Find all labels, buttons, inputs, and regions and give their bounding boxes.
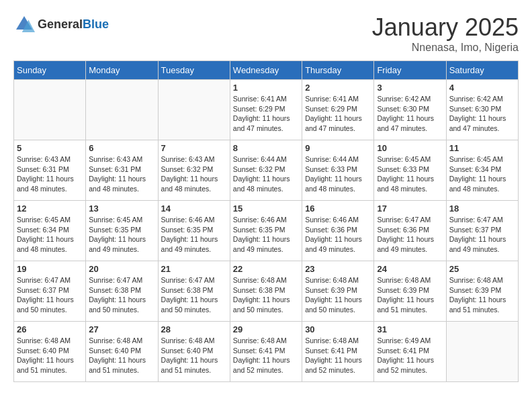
calendar-day-cell: 6Sunrise: 6:43 AMSunset: 6:31 PMDaylight… [86, 140, 158, 201]
calendar-day-cell: 20Sunrise: 6:47 AMSunset: 6:38 PMDayligh… [86, 261, 158, 322]
calendar-week-row: 19Sunrise: 6:47 AMSunset: 6:37 PMDayligh… [14, 261, 519, 322]
calendar-table: SundayMondayTuesdayWednesdayThursdayFrid… [13, 60, 519, 382]
calendar-day-cell: 30Sunrise: 6:48 AMSunset: 6:41 PMDayligh… [302, 322, 374, 382]
day-info: Sunrise: 6:43 AMSunset: 6:31 PMDaylight:… [17, 154, 83, 194]
day-of-week-header: Thursday [302, 61, 374, 80]
day-number: 30 [305, 324, 371, 334]
day-number: 29 [233, 324, 299, 334]
day-number: 11 [449, 143, 515, 153]
day-info: Sunrise: 6:45 AMSunset: 6:35 PMDaylight:… [89, 215, 154, 255]
day-number: 13 [89, 203, 154, 214]
day-number: 26 [17, 324, 83, 334]
calendar-day-cell: 9Sunrise: 6:44 AMSunset: 6:33 PMDaylight… [302, 140, 374, 201]
day-info: Sunrise: 6:47 AMSunset: 6:38 PMDaylight:… [161, 275, 227, 315]
day-info: Sunrise: 6:43 AMSunset: 6:32 PMDaylight:… [161, 154, 227, 194]
day-number: 14 [161, 203, 227, 214]
day-number: 20 [89, 264, 154, 274]
calendar-day-cell: 25Sunrise: 6:48 AMSunset: 6:39 PMDayligh… [446, 261, 518, 322]
day-info: Sunrise: 6:47 AMSunset: 6:37 PMDaylight:… [17, 275, 83, 315]
day-number: 7 [161, 143, 227, 153]
day-info: Sunrise: 6:42 AMSunset: 6:30 PMDaylight:… [377, 94, 443, 134]
calendar-day-cell: 13Sunrise: 6:45 AMSunset: 6:35 PMDayligh… [86, 201, 158, 261]
day-number: 24 [377, 264, 443, 274]
day-info: Sunrise: 6:49 AMSunset: 6:41 PMDaylight:… [377, 336, 443, 375]
day-info: Sunrise: 6:48 AMSunset: 6:40 PMDaylight:… [89, 336, 154, 375]
day-number: 3 [377, 83, 443, 93]
day-info: Sunrise: 6:48 AMSunset: 6:41 PMDaylight:… [233, 336, 299, 375]
day-info: Sunrise: 6:47 AMSunset: 6:38 PMDaylight:… [89, 275, 154, 315]
calendar-day-cell: 24Sunrise: 6:48 AMSunset: 6:39 PMDayligh… [374, 261, 446, 322]
day-info: Sunrise: 6:45 AMSunset: 6:34 PMDaylight:… [17, 215, 83, 255]
day-number: 4 [449, 83, 515, 93]
calendar-week-row: 12Sunrise: 6:45 AMSunset: 6:34 PMDayligh… [14, 201, 519, 261]
title-section: January 2025 Nnenasa, Imo, Nigeria [372, 13, 519, 54]
calendar-day-cell: 5Sunrise: 6:43 AMSunset: 6:31 PMDaylight… [14, 140, 86, 201]
day-number: 10 [377, 143, 443, 153]
calendar-day-cell: 2Sunrise: 6:41 AMSunset: 6:29 PMDaylight… [302, 80, 374, 140]
calendar-day-cell [446, 322, 518, 382]
day-number: 1 [233, 83, 299, 93]
day-number: 27 [89, 324, 154, 334]
day-number: 12 [17, 203, 83, 214]
day-info: Sunrise: 6:48 AMSunset: 6:40 PMDaylight:… [161, 336, 227, 375]
day-info: Sunrise: 6:48 AMSunset: 6:39 PMDaylight:… [449, 275, 515, 315]
calendar-day-cell: 23Sunrise: 6:48 AMSunset: 6:39 PMDayligh… [302, 261, 374, 322]
calendar-day-cell: 16Sunrise: 6:46 AMSunset: 6:36 PMDayligh… [302, 201, 374, 261]
calendar-day-cell: 21Sunrise: 6:47 AMSunset: 6:38 PMDayligh… [158, 261, 230, 322]
day-number: 21 [161, 264, 227, 274]
day-info: Sunrise: 6:48 AMSunset: 6:39 PMDaylight:… [377, 275, 443, 315]
calendar-day-cell: 26Sunrise: 6:48 AMSunset: 6:40 PMDayligh… [14, 322, 86, 382]
calendar-day-cell [158, 80, 230, 140]
day-info: Sunrise: 6:47 AMSunset: 6:36 PMDaylight:… [377, 215, 443, 255]
day-number: 25 [449, 264, 515, 274]
day-info: Sunrise: 6:42 AMSunset: 6:30 PMDaylight:… [449, 94, 515, 134]
day-of-week-header: Saturday [446, 61, 518, 80]
day-of-week-header: Friday [374, 61, 446, 80]
day-of-week-header: Wednesday [230, 61, 302, 80]
location-title: Nnenasa, Imo, Nigeria [372, 42, 519, 54]
day-number: 6 [89, 143, 154, 153]
calendar-week-row: 1Sunrise: 6:41 AMSunset: 6:29 PMDaylight… [14, 80, 519, 140]
day-info: Sunrise: 6:46 AMSunset: 6:35 PMDaylight:… [233, 215, 299, 255]
calendar-day-cell: 27Sunrise: 6:48 AMSunset: 6:40 PMDayligh… [86, 322, 158, 382]
calendar-day-cell: 7Sunrise: 6:43 AMSunset: 6:32 PMDaylight… [158, 140, 230, 201]
day-number: 18 [449, 203, 515, 214]
calendar-day-cell: 1Sunrise: 6:41 AMSunset: 6:29 PMDaylight… [230, 80, 302, 140]
day-info: Sunrise: 6:47 AMSunset: 6:37 PMDaylight:… [449, 215, 515, 255]
day-info: Sunrise: 6:41 AMSunset: 6:29 PMDaylight:… [305, 94, 371, 134]
day-info: Sunrise: 6:45 AMSunset: 6:34 PMDaylight:… [449, 154, 515, 194]
calendar-day-cell: 11Sunrise: 6:45 AMSunset: 6:34 PMDayligh… [446, 140, 518, 201]
day-info: Sunrise: 6:48 AMSunset: 6:41 PMDaylight:… [305, 336, 371, 375]
calendar-day-cell: 8Sunrise: 6:44 AMSunset: 6:32 PMDaylight… [230, 140, 302, 201]
day-of-week-header: Monday [86, 61, 158, 80]
day-info: Sunrise: 6:46 AMSunset: 6:35 PMDaylight:… [161, 215, 227, 255]
day-info: Sunrise: 6:48 AMSunset: 6:38 PMDaylight:… [233, 275, 299, 315]
calendar-day-cell: 29Sunrise: 6:48 AMSunset: 6:41 PMDayligh… [230, 322, 302, 382]
day-info: Sunrise: 6:45 AMSunset: 6:33 PMDaylight:… [377, 154, 443, 194]
month-title: January 2025 [372, 13, 519, 42]
logo-icon [13, 13, 35, 35]
calendar-day-cell: 19Sunrise: 6:47 AMSunset: 6:37 PMDayligh… [14, 261, 86, 322]
day-number: 22 [233, 264, 299, 274]
calendar-day-cell [14, 80, 86, 140]
day-number: 17 [377, 203, 443, 214]
day-info: Sunrise: 6:44 AMSunset: 6:32 PMDaylight:… [233, 154, 299, 194]
day-number: 16 [305, 203, 371, 214]
calendar-day-cell: 3Sunrise: 6:42 AMSunset: 6:30 PMDaylight… [374, 80, 446, 140]
day-of-week-header: Sunday [14, 61, 86, 80]
day-number: 15 [233, 203, 299, 214]
calendar-day-cell: 18Sunrise: 6:47 AMSunset: 6:37 PMDayligh… [446, 201, 518, 261]
calendar-day-cell: 10Sunrise: 6:45 AMSunset: 6:33 PMDayligh… [374, 140, 446, 201]
calendar-day-cell: 4Sunrise: 6:42 AMSunset: 6:30 PMDaylight… [446, 80, 518, 140]
logo-blue: Blue [83, 17, 109, 31]
calendar-day-cell: 28Sunrise: 6:48 AMSunset: 6:40 PMDayligh… [158, 322, 230, 382]
calendar-day-cell [86, 80, 158, 140]
day-number: 8 [233, 143, 299, 153]
day-info: Sunrise: 6:48 AMSunset: 6:39 PMDaylight:… [305, 275, 371, 315]
day-number: 19 [17, 264, 83, 274]
calendar-day-cell: 14Sunrise: 6:46 AMSunset: 6:35 PMDayligh… [158, 201, 230, 261]
calendar-week-row: 26Sunrise: 6:48 AMSunset: 6:40 PMDayligh… [14, 322, 519, 382]
day-info: Sunrise: 6:41 AMSunset: 6:29 PMDaylight:… [233, 94, 299, 134]
calendar-day-cell: 22Sunrise: 6:48 AMSunset: 6:38 PMDayligh… [230, 261, 302, 322]
day-number: 28 [161, 324, 227, 334]
